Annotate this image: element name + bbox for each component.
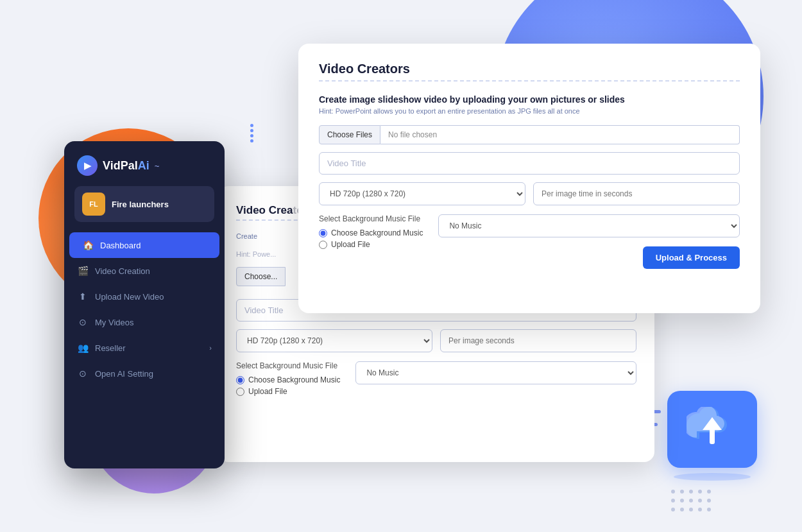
user-card: FL Fire launchers [74,186,214,222]
sidebar: ▶ VidPalAi ~ FL Fire launchers 🏠 Dashboa… [64,141,225,468]
back-radio-choose-label: Choose Background Music [248,375,340,384]
upload-process-button[interactable]: Upload & Process [643,246,740,269]
sidebar-label-video-creation: Video Creation [95,266,150,276]
sidebar-item-video-creation[interactable]: 🎬 Video Creation [64,258,225,284]
chevron-right-icon: › [209,344,212,352]
back-music-section: Select Background Music File Choose Back… [236,361,636,396]
music-options-group: Select Background Music File Choose Back… [319,214,423,249]
back-radio-upload[interactable]: Upload File [236,387,340,396]
back-radio-upload-input[interactable] [236,388,244,396]
logo-text: VidPalAi [103,159,149,173]
music-select[interactable]: No Music Upload Music [438,214,740,237]
back-choose-files-button[interactable]: Choose... [236,267,286,286]
card-divider [319,80,740,82]
section-title: Create image slideshow video by uploadin… [319,94,740,105]
arrow-dots-decoration [250,122,253,144]
choose-files-button[interactable]: Choose Files [319,125,380,144]
music-section: Select Background Music File Choose Back… [319,214,740,269]
sidebar-label-dashboard: Dashboard [100,241,141,250]
music-section-label: Select Background Music File [319,214,423,223]
file-input-row: Choose Files No file chosen [319,125,740,144]
sidebar-item-dashboard[interactable]: 🏠 Dashboard [69,232,219,258]
radio-choose-music[interactable]: Choose Background Music [319,228,423,237]
back-radio-choose-input[interactable] [236,376,244,384]
logo-icon: ▶ [77,155,98,176]
logo-tilde: ~ [155,161,160,171]
openai-icon: ⊙ [77,368,89,379]
videos-icon: ⊙ [77,317,89,327]
video-creators-card-front: Video Creators Create image slideshow vi… [298,44,760,313]
radio-upload-file-label: Upload File [331,240,370,249]
back-per-image-input[interactable] [440,329,636,352]
sidebar-item-my-videos[interactable]: ⊙ My Videos [64,309,225,335]
back-music-select[interactable]: No Music [355,361,636,384]
sidebar-label-openai: Open AI Setting [95,369,153,379]
back-radio-choose-music[interactable]: Choose Background Music [236,375,340,384]
radio-upload-file-input[interactable] [319,241,327,249]
upload-icon-bg [667,391,757,468]
back-radio-group: Choose Background Music Upload File [236,375,340,396]
music-select-upload-group: No Music Upload Music Upload & Process [438,214,740,269]
back-radio-upload-label: Upload File [248,387,287,396]
logo-ai-badge: Ai [138,159,149,172]
home-icon: 🏠 [82,240,94,250]
video-title-input[interactable] [319,152,740,175]
back-quality-row: HD 720p (1280 x 720) [236,329,636,352]
quality-select[interactable]: HD 720p (1280 x 720) HD 1080p (1920 x 10… [319,182,525,205]
card-title: Video Creators [319,62,740,76]
radio-choose-music-input[interactable] [319,229,327,237]
section-hint: Hint: PowerPoint allows you to export an… [319,107,740,115]
back-music-label: Select Background Music File [236,361,340,370]
music-radio-group: Choose Background Music Upload File [319,228,423,249]
file-name-display: No file chosen [380,125,740,144]
radio-choose-music-label: Choose Background Music [331,228,423,237]
sidebar-label-my-videos: My Videos [95,318,133,327]
upload-icon: ⬆ [77,291,89,302]
reseller-icon: 👥 [77,343,89,353]
upload-icon-decoration [661,391,764,493]
per-image-input[interactable] [533,182,740,205]
sidebar-label-reseller: Reseller [95,343,126,353]
sidebar-item-upload-new-video[interactable]: ⬆ Upload New Video [64,284,225,309]
video-icon: 🎬 [77,266,89,276]
sidebar-logo: ▶ VidPalAi ~ [64,141,225,186]
sidebar-label-upload: Upload New Video [95,292,164,302]
radio-upload-file[interactable]: Upload File [319,240,423,249]
sidebar-item-reseller[interactable]: 👥 Reseller › [64,335,225,361]
back-quality-select[interactable]: HD 720p (1280 x 720) [236,329,432,352]
upload-icon-shadow [674,473,751,481]
sidebar-item-openai[interactable]: ⊙ Open AI Setting [64,361,225,386]
upload-cloud-icon [687,407,738,452]
user-name: Fire launchers [112,200,169,209]
quality-per-image-row: HD 720p (1280 x 720) HD 1080p (1920 x 10… [319,182,740,205]
avatar: FL [82,193,105,216]
